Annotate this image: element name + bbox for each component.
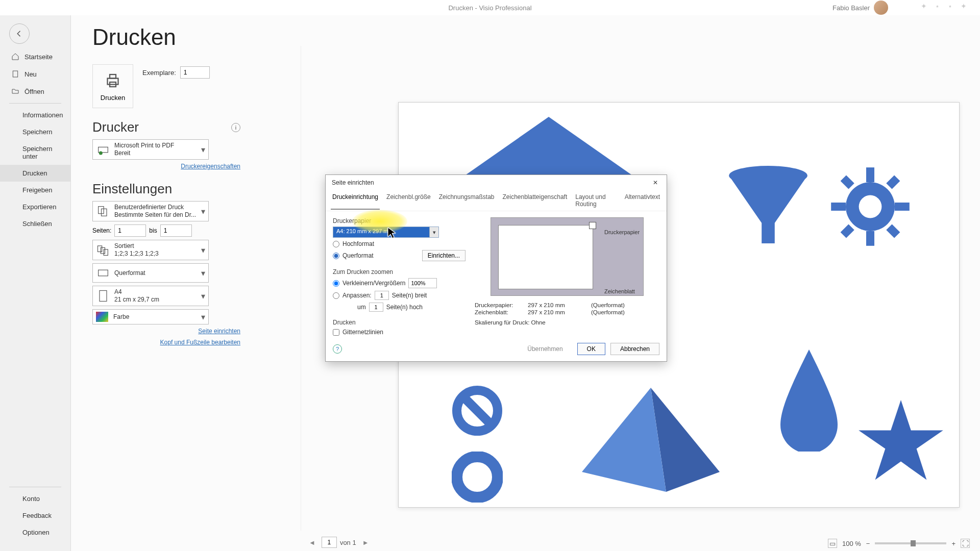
- landscape-radio[interactable]: [333, 253, 339, 259]
- pages-from-input[interactable]: [114, 224, 146, 237]
- page-number-input[interactable]: [322, 537, 337, 548]
- print-group-label: Drucken: [333, 319, 465, 326]
- gear-shape: [829, 166, 911, 247]
- fit-radio[interactable]: [333, 292, 339, 299]
- shrink-row[interactable]: Verkleinern/Vergrößern: [333, 278, 465, 288]
- page-prev-button[interactable]: ◄: [306, 538, 318, 547]
- paper-dim: 21 cm x 29,7 cm: [114, 296, 205, 304]
- landscape-label: Querformat: [342, 252, 374, 259]
- collate-dropdown[interactable]: Sortiert 1;2;3 1;2;3 1;2;3 ▾: [92, 240, 209, 260]
- nav-export-label: Exportieren: [22, 203, 56, 211]
- svg-point-27: [457, 457, 498, 497]
- cancel-button[interactable]: Abbrechen: [610, 343, 659, 355]
- tab-drawing-scale[interactable]: Zeichnungsmaßstab: [437, 191, 496, 210]
- paper-size-dropdown[interactable]: A4 21 cm x 29,7 cm ▾: [92, 286, 209, 306]
- tab-page-properties[interactable]: Zeichenblatteigenschaft: [501, 191, 569, 210]
- prohibit-shape: [452, 385, 503, 436]
- color-swatch-icon: [96, 312, 108, 322]
- nav-saveas[interactable]: Speichern unter: [0, 140, 70, 165]
- window-title: Drucken - Visio Professional: [448, 4, 531, 12]
- nav-divider-2: [9, 487, 61, 487]
- user-area[interactable]: Fabio Basler: [832, 1, 888, 15]
- orientation-label: Querformat: [114, 269, 205, 277]
- paper-size-select[interactable]: A4: 210 mm x 297 mm ▾: [333, 227, 439, 238]
- papersize-icon: [96, 289, 110, 303]
- settings-column: Drucken Exemplare: Drucker i Microsoft P…: [92, 64, 240, 350]
- paper-size-value: A4: 210 mm x 297 mm: [336, 228, 393, 234]
- nav-feedback[interactable]: Feedback: [0, 507, 70, 524]
- mini-preview: Druckerpapier Zeichenblatt: [491, 217, 644, 296]
- zoom-in-button[interactable]: +: [951, 540, 955, 547]
- fit-height-input[interactable]: [369, 303, 383, 312]
- gridlines-row[interactable]: Gitternetzlinien: [333, 329, 465, 336]
- custom-print-dropdown[interactable]: Benutzerdefinierter Druck Bestimmte Seit…: [92, 201, 209, 221]
- nav-home[interactable]: Startseite: [0, 48, 70, 65]
- zoom-to-page-button[interactable]: ⛶: [961, 539, 970, 548]
- svg-rect-0: [13, 71, 17, 77]
- gridlines-checkbox[interactable]: [333, 329, 339, 336]
- zoom-out-button[interactable]: −: [866, 540, 870, 547]
- info-grid: Druckerpapier: 297 x 210 mm (Querformat)…: [475, 302, 659, 325]
- portrait-radio[interactable]: [333, 241, 339, 247]
- back-button[interactable]: [9, 23, 30, 44]
- printer-properties-link[interactable]: Druckereigenschaften: [92, 163, 240, 170]
- nav-save[interactable]: Speichern: [0, 123, 70, 140]
- svg-marker-30: [859, 400, 943, 480]
- page-nav: ◄ von 1 ►: [306, 537, 372, 548]
- nav-print[interactable]: Drucken: [0, 165, 70, 182]
- fit-height-pre: um: [357, 304, 366, 311]
- fit-width-label: Seite(n) breit: [392, 292, 427, 299]
- apply-button[interactable]: Übernehmen: [518, 343, 572, 355]
- orientation-dropdown[interactable]: Querformat ▾: [92, 263, 209, 283]
- info-icon[interactable]: i: [231, 123, 240, 132]
- landscape-radio-row[interactable]: Querformat Einrichten...: [333, 250, 465, 261]
- nav-export[interactable]: Exportieren: [0, 198, 70, 215]
- close-button[interactable]: ✕: [650, 179, 660, 186]
- nav-new[interactable]: Neu: [0, 65, 70, 83]
- tab-alt-text[interactable]: Alternativtext: [623, 191, 662, 210]
- nav-divider: [9, 103, 61, 104]
- tab-layout-routing[interactable]: Layout und Routing: [574, 191, 618, 210]
- chevron-down-icon[interactable]: ▾: [429, 227, 438, 237]
- color-dropdown[interactable]: Farbe ▾: [92, 309, 209, 324]
- pyramid-shape: [574, 385, 727, 497]
- nav-close[interactable]: Schließen: [0, 215, 70, 232]
- pages-icon: [96, 204, 110, 218]
- zoom-percent-select[interactable]: [408, 278, 437, 288]
- zoom-group-label: Zum Drucken zoomen: [333, 268, 465, 276]
- nav-info[interactable]: Informationen: [0, 107, 70, 123]
- nav-home-label: Startseite: [24, 53, 53, 61]
- nav-account[interactable]: Konto: [0, 490, 70, 507]
- print-button[interactable]: Drucken: [92, 64, 133, 108]
- page-setup-link[interactable]: Seite einrichten: [92, 328, 240, 335]
- fit-row[interactable]: Anpassen: Seite(n) breit: [333, 291, 465, 300]
- tab-print-setup[interactable]: Druckeinrichtung: [331, 191, 380, 210]
- zoom-slider[interactable]: [875, 542, 946, 544]
- copies-input[interactable]: [180, 66, 210, 79]
- print-button-label: Drucken: [101, 94, 125, 102]
- nav-share[interactable]: Freigeben: [0, 182, 70, 198]
- pages-to-input[interactable]: [160, 224, 192, 237]
- chevron-down-icon: ▾: [201, 312, 205, 322]
- ok-button[interactable]: OK: [577, 343, 605, 355]
- portrait-radio-row[interactable]: Hochformat: [333, 240, 465, 247]
- fit-page-button[interactable]: ▭: [828, 539, 837, 548]
- nav-save-label: Speichern: [22, 128, 53, 136]
- help-icon[interactable]: ?: [333, 344, 342, 354]
- avatar[interactable]: [874, 1, 888, 15]
- nav-account-label: Konto: [22, 495, 40, 503]
- info-printer-orient: (Querformat): [591, 302, 625, 308]
- shrink-radio[interactable]: [333, 280, 339, 287]
- header-footer-link[interactable]: Kopf und Fußzeile bearbeiten: [92, 339, 240, 346]
- tab-drawing-size[interactable]: Zeichenbl.größe: [385, 191, 432, 210]
- nav-options[interactable]: Optionen: [0, 524, 70, 541]
- svg-rect-16: [866, 167, 874, 182]
- svg-rect-2: [110, 74, 116, 79]
- nav-open[interactable]: Öffnen: [0, 83, 70, 100]
- printer-section-label: Drucker: [92, 119, 139, 135]
- user-name: Fabio Basler: [832, 4, 870, 12]
- page-next-button[interactable]: ►: [359, 538, 372, 547]
- printer-dropdown[interactable]: Microsoft Print to PDF Bereit ▾: [92, 139, 209, 160]
- fit-width-input[interactable]: [375, 291, 389, 300]
- setup-button[interactable]: Einrichten...: [422, 250, 465, 261]
